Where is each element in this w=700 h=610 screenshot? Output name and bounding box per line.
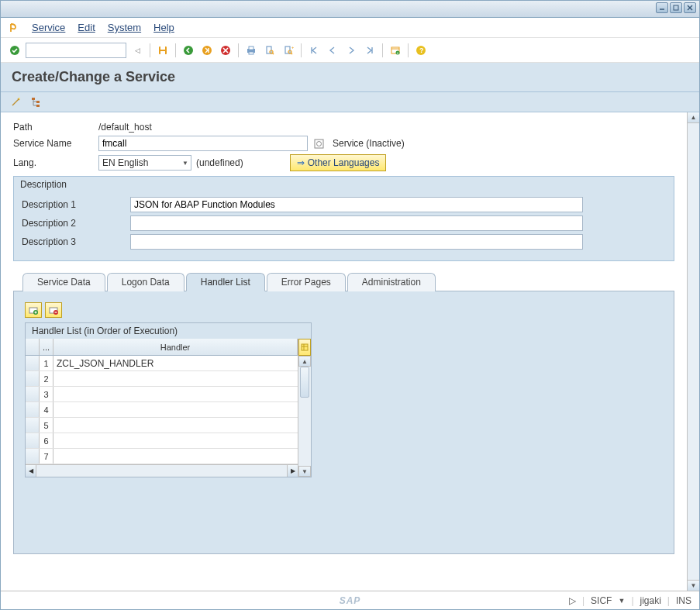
grid-vscroll-down[interactable]: ▼	[298, 466, 311, 477]
row-selector[interactable]	[26, 371, 40, 386]
grid-hscroll-right[interactable]: ▶	[287, 465, 298, 477]
command-field[interactable]	[26, 43, 126, 58]
tab-service-data[interactable]: Service Data	[22, 273, 105, 291]
main-vscroll[interactable]: ▲ ▼	[687, 112, 699, 591]
minimize-button[interactable]	[656, 2, 668, 13]
description3-label: Description 3	[22, 236, 130, 247]
description2-input[interactable]	[130, 215, 583, 231]
description1-label: Description 1	[22, 199, 130, 210]
titlebar	[1, 1, 699, 18]
status-dropdown-icon[interactable]: ▼	[618, 597, 625, 605]
status-mode: INS	[676, 595, 691, 606]
table-row: 5	[26, 418, 298, 433]
svg-text:?: ?	[419, 47, 424, 54]
handler-cell[interactable]	[53, 433, 298, 448]
tab-error-pages[interactable]: Error Pages	[267, 273, 346, 291]
tree-icon[interactable]	[29, 95, 44, 110]
description-group: Description Description 1 Description 2 …	[13, 176, 674, 261]
svg-line-18	[273, 53, 274, 54]
row-selector[interactable]	[26, 449, 40, 464]
description1-input[interactable]	[130, 197, 583, 212]
lang-undefined-text: (undefined)	[196, 157, 243, 168]
enter-icon[interactable]	[7, 43, 22, 58]
exit-icon[interactable]	[199, 43, 215, 58]
grid-vscroll[interactable]: ▲ ▼	[298, 339, 311, 477]
menu-service[interactable]: Service	[32, 22, 65, 33]
svg-rect-33	[315, 140, 323, 148]
service-status-text: Service (Inactive)	[333, 138, 405, 149]
handler-cell[interactable]	[53, 449, 298, 464]
tab-administration[interactable]: Administration	[347, 273, 436, 291]
row-selector[interactable]	[26, 387, 40, 401]
next-page-icon[interactable]	[343, 43, 359, 58]
table-row: 6	[26, 433, 298, 449]
svg-text:+: +	[397, 50, 399, 55]
handler-cell[interactable]	[53, 402, 298, 417]
delete-row-button[interactable]	[45, 302, 62, 318]
new-session-icon[interactable]: +	[388, 43, 403, 58]
grid-hscroll-left[interactable]: ◀	[26, 465, 36, 477]
close-button[interactable]	[684, 2, 696, 13]
path-value: /default_host	[98, 122, 152, 133]
grid-vscroll-up[interactable]: ▲	[298, 356, 311, 367]
row-number: 5	[40, 418, 53, 433]
svg-rect-32	[36, 105, 40, 107]
grid-header-selector[interactable]	[26, 339, 40, 355]
row-selector[interactable]	[26, 402, 40, 417]
table-row: 4	[26, 402, 298, 418]
last-page-icon[interactable]	[362, 43, 378, 58]
svg-point-34	[316, 141, 321, 146]
service-match-icon[interactable]	[311, 136, 326, 151]
row-number: 6	[40, 433, 53, 448]
row-selector[interactable]	[26, 356, 40, 370]
description3-input[interactable]	[130, 234, 583, 250]
wand-icon[interactable]	[9, 95, 24, 110]
maximize-button[interactable]	[670, 2, 682, 13]
help-icon[interactable]: ?	[413, 43, 429, 58]
history-dropdown-icon[interactable]: ◁	[129, 43, 145, 58]
print-icon[interactable]	[243, 43, 259, 58]
other-languages-button[interactable]: ⇒ Other Languages	[290, 154, 387, 171]
grid-header-num: ...	[40, 339, 53, 355]
status-nav-icon[interactable]: ▷	[569, 595, 576, 606]
find-next-icon[interactable]: +	[281, 43, 296, 58]
first-page-icon[interactable]	[306, 43, 322, 58]
prev-page-icon[interactable]	[325, 43, 340, 58]
cancel-icon[interactable]	[218, 43, 233, 58]
tab-handler-list[interactable]: Handler List	[186, 273, 265, 291]
status-user: jigaki	[640, 595, 661, 606]
toolbar: ◁ +	[1, 38, 699, 63]
find-icon[interactable]	[262, 43, 278, 58]
status-tcode: SICF	[591, 595, 612, 606]
lang-select[interactable]: EN English	[98, 155, 191, 171]
svg-rect-19	[285, 47, 290, 53]
svg-rect-31	[36, 101, 40, 103]
handler-cell[interactable]	[53, 387, 298, 401]
tab-panel: Handler List (in Order of Execution) ...…	[13, 291, 674, 554]
statusbar: SAP ▷ | SICF ▼ | jigaki | INS	[1, 591, 699, 609]
path-label: Path	[13, 122, 98, 133]
save-icon[interactable]	[155, 43, 171, 58]
grid-config-button[interactable]	[298, 339, 311, 356]
menu-help[interactable]: Help	[153, 22, 174, 33]
page-title: Create/Change a Service	[1, 63, 699, 92]
tab-logon-data[interactable]: Logon Data	[107, 273, 184, 291]
handler-cell[interactable]: ZCL_JSON_HANDLER	[53, 356, 298, 370]
table-row: 7	[26, 449, 298, 464]
svg-rect-6	[160, 47, 165, 50]
main-vscroll-up[interactable]: ▲	[688, 112, 699, 123]
row-number: 2	[40, 371, 53, 386]
handler-cell[interactable]	[53, 418, 298, 433]
menu-edit[interactable]: Edit	[78, 22, 95, 33]
menu-system[interactable]: System	[108, 22, 141, 33]
back-icon[interactable]	[181, 43, 196, 58]
svg-line-21	[291, 53, 293, 54]
insert-row-button[interactable]	[25, 302, 42, 318]
service-name-input[interactable]	[98, 136, 308, 151]
menubar: Service Edit System Help	[1, 18, 699, 38]
grid-vscroll-thumb[interactable]	[300, 367, 309, 398]
main-vscroll-down[interactable]: ▼	[688, 580, 699, 591]
row-selector[interactable]	[26, 418, 40, 433]
handler-cell[interactable]	[53, 371, 298, 386]
row-selector[interactable]	[26, 433, 40, 448]
